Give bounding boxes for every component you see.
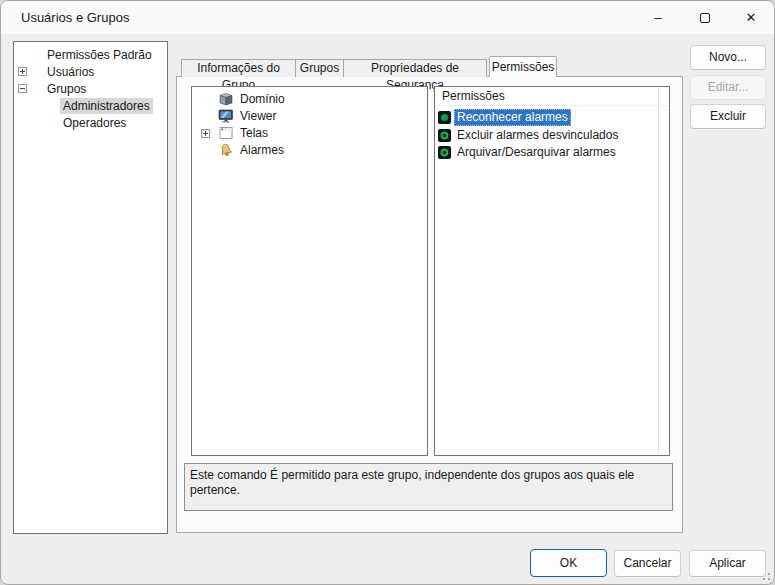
permission-description-box: Este comando É permitido para este grupo…: [184, 463, 673, 511]
tree-item-label: Usuários: [44, 64, 97, 80]
tab-permissoes-active[interactable]: Permissões: [489, 56, 557, 77]
column-header-label: Permissões: [442, 89, 505, 103]
button-label: Aplicar: [709, 556, 746, 570]
button-label: Cancelar: [623, 556, 671, 570]
tree-item-grupos[interactable]: Grupos: [14, 81, 167, 98]
resize-grip[interactable]: [758, 568, 770, 580]
button-label: Excluir: [710, 109, 746, 123]
groups-users-tree-panel: Permissões Padrão Usuários Grupos Admini…: [13, 41, 168, 534]
tree-item-operadores[interactable]: Operadores: [14, 115, 167, 132]
tree-item-label: Permissões Padrão: [44, 47, 155, 63]
permission-label: Reconhecer alarmes: [454, 109, 571, 126]
permission-granted-icon: [438, 129, 451, 142]
permission-granted-icon: [438, 111, 451, 124]
tree-item-label-selected: Administradores: [60, 98, 153, 114]
minimize-button[interactable]: –: [635, 1, 681, 34]
domain-icon: [218, 91, 234, 107]
button-label: Editar...: [708, 80, 749, 94]
expand-icon[interactable]: [18, 67, 27, 76]
object-tree-panel: Domínio Viewer Telas: [191, 86, 428, 456]
tree-item-usuarios[interactable]: Usuários: [14, 64, 167, 81]
tree-item-label: Grupos: [44, 81, 89, 97]
monitor-icon: [218, 108, 234, 124]
tab-label: Permissões: [492, 60, 555, 74]
permissions-column-header[interactable]: Permissões: [435, 87, 669, 106]
edit-button[interactable]: Editar...: [690, 75, 766, 100]
collapse-icon[interactable]: [18, 84, 27, 93]
ok-button[interactable]: OK: [530, 549, 607, 577]
close-button[interactable]: ✕: [728, 1, 774, 34]
tree-item-label: Operadores: [60, 115, 129, 131]
minimize-icon: –: [654, 10, 661, 25]
maximize-button[interactable]: [682, 1, 728, 34]
button-label: Novo...: [709, 50, 747, 64]
window-icon: [218, 125, 234, 141]
tab-propriedades-de-seguranca[interactable]: Propriedades de Segurança: [343, 59, 487, 77]
maximize-icon: [700, 13, 710, 23]
tab-label: Grupos: [300, 61, 339, 75]
new-button[interactable]: Novo...: [690, 45, 766, 70]
titlebar: Usuários e Grupos – ✕: [1, 1, 775, 34]
window-title: Usuários e Grupos: [21, 1, 129, 34]
delete-button[interactable]: Excluir: [690, 104, 766, 129]
permissions-list-panel: Permissões Reconhecer alarmes Excluir al…: [434, 86, 670, 456]
tree-item-permissoes-padrao[interactable]: Permissões Padrão: [14, 47, 167, 64]
column-separator: [658, 88, 659, 454]
tab-informacoes-do-grupo[interactable]: Informações do Grupo: [181, 59, 296, 77]
tree-item-label: Telas: [238, 125, 270, 141]
bell-icon: [218, 142, 234, 158]
permission-granted-icon: [438, 146, 451, 159]
tree-item-administradores[interactable]: Administradores: [14, 98, 167, 115]
users-groups-dialog: Usuários e Grupos – ✕ Permissões Padrão …: [0, 0, 775, 585]
permission-label: Arquivar/Desarquivar alarmes: [454, 144, 619, 161]
close-icon: ✕: [746, 10, 757, 25]
tree-item-label: Alarmes: [238, 142, 286, 158]
tree-item-label: Domínio: [238, 91, 287, 107]
cancel-button[interactable]: Cancelar: [614, 550, 681, 577]
apply-button[interactable]: Aplicar: [689, 550, 766, 577]
button-label: OK: [560, 556, 577, 570]
permission-description-text: Este comando É permitido para este grupo…: [190, 468, 667, 498]
permission-label: Excluir alarmes desvinculados: [454, 127, 621, 144]
tree-item-label: Viewer: [238, 108, 278, 124]
tab-grupos[interactable]: Grupos: [295, 59, 344, 77]
expand-icon[interactable]: [201, 129, 210, 138]
